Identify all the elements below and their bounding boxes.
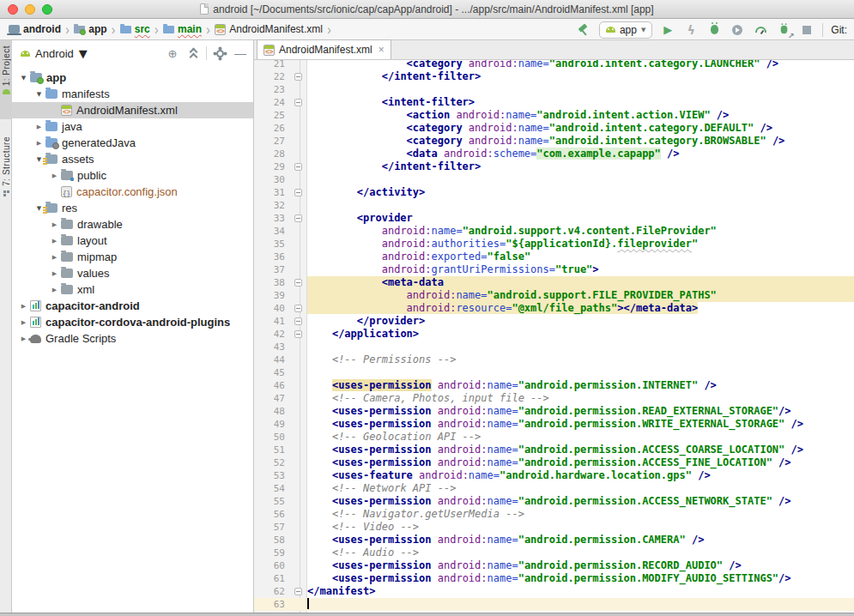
code-line-48[interactable]: 48 <uses-permission android:name="androi… — [254, 405, 854, 418]
tree-item-gradle-scripts[interactable]: ▶Gradle Scripts — [12, 330, 253, 347]
tree-chevron-icon[interactable]: ▶ — [48, 221, 61, 228]
code-line-52[interactable]: 52 <uses-permission android:name="androi… — [254, 456, 854, 469]
code-line-51[interactable]: 51 <uses-permission android:name="androi… — [254, 444, 854, 456]
profile-app-icon[interactable] — [730, 22, 745, 38]
code-line-46[interactable]: 46 <uses-permission android:name="androi… — [254, 379, 854, 392]
code-line-45[interactable]: 45 — [254, 366, 854, 379]
code-line-59[interactable]: 59 <!-- Audio --> — [254, 547, 854, 559]
tree-item-assets[interactable]: ▼assets — [12, 151, 253, 167]
code-line-42[interactable]: 42 </application> — [254, 328, 854, 341]
tree-item-capacitor-cordova-android-plugins[interactable]: ▶capacitor-cordova-android-plugins — [12, 314, 253, 330]
code-line-57[interactable]: 57 <!-- Video --> — [254, 521, 854, 534]
attach-debugger-icon[interactable]: ↗ — [776, 22, 791, 38]
breadcrumb-item-src[interactable]: src — [118, 22, 152, 36]
zoom-window-button[interactable] — [42, 4, 52, 15]
tree-chevron-icon[interactable]: ▶ — [48, 270, 61, 277]
tree-item-xml[interactable]: ▶xml — [12, 281, 253, 298]
close-tab-icon[interactable]: × — [379, 44, 385, 56]
fold-marker-icon[interactable] — [294, 189, 302, 196]
tree-item-app[interactable]: ▼app — [12, 69, 253, 86]
fold-marker-icon[interactable] — [294, 163, 302, 171]
code-line-50[interactable]: 50 <!-- Geolocation API --> — [254, 431, 854, 444]
tree-item-capacitor-android[interactable]: ▶capacitor-android — [12, 298, 253, 314]
code-line-44[interactable]: 44 <!-- Permissions --> — [254, 353, 854, 366]
code-line-23[interactable]: 23 — [254, 83, 854, 96]
code-line-47[interactable]: 47 <!-- Camera, Photos, input file --> — [254, 392, 854, 405]
profiler-gauge-icon[interactable] — [753, 22, 768, 38]
tree-chevron-icon[interactable]: ▶ — [48, 287, 61, 293]
breadcrumb-item-androidmanifest-xml[interactable]: AndroidManifest.xml — [213, 22, 324, 36]
code-line-27[interactable]: 27 <category android:name="android.inten… — [254, 135, 854, 148]
code-line-40[interactable]: 40 android:resource="@xml/file_paths"></… — [254, 302, 854, 315]
code-line-35[interactable]: 35 android:authorities="${applicationId}… — [254, 238, 854, 251]
tree-item-res[interactable]: ▼res — [12, 200, 253, 216]
code-line-62[interactable]: 62</manifest> — [254, 585, 854, 598]
code-line-54[interactable]: 54 <!-- Network API --> — [254, 482, 854, 495]
tree-chevron-icon[interactable]: ▶ — [48, 238, 61, 245]
tree-item-androidmanifest-xml[interactable]: AndroidManifest.xml — [12, 102, 253, 118]
code-line-61[interactable]: 61 <uses-permission android:name="androi… — [254, 572, 854, 585]
tree-item-manifests[interactable]: ▼manifests — [12, 86, 253, 102]
breadcrumb-item-android[interactable]: android — [7, 22, 63, 36]
tree-item-mipmap[interactable]: ▶mipmap — [12, 249, 253, 265]
fold-marker-icon[interactable] — [294, 99, 302, 106]
tool-window-tab-project[interactable]: 1: Project — [0, 40, 12, 119]
code-line-43[interactable]: 43 — [254, 341, 854, 353]
tree-chevron-icon[interactable]: ▶ — [33, 124, 45, 130]
locate-file-icon[interactable]: ⊕ — [165, 45, 180, 61]
code-line-58[interactable]: 58 <uses-permission android:name="androi… — [254, 534, 854, 547]
code-line-60[interactable]: 60 <uses-permission android:name="androi… — [254, 559, 854, 572]
tree-item-capacitor-config-json[interactable]: capacitor.config.json — [12, 184, 253, 200]
project-view-selector[interactable]: Android — [35, 47, 74, 60]
code-line-33[interactable]: 33 <provider — [254, 212, 854, 225]
tree-item-generatedjava[interactable]: ▶generatedJava — [12, 135, 253, 151]
settings-gear-icon[interactable] — [212, 45, 227, 61]
build-hammer-icon[interactable] — [576, 22, 591, 38]
fold-marker-icon[interactable] — [294, 214, 302, 222]
code-line-28[interactable]: 28 <data android:scheme="com.example.cap… — [254, 148, 854, 160]
debug-button[interactable] — [706, 22, 722, 38]
code-line-22[interactable]: 22 </intent-filter> — [254, 70, 854, 83]
close-window-button[interactable] — [8, 4, 18, 15]
tree-item-public[interactable]: ▶public — [12, 167, 253, 184]
tree-item-layout[interactable]: ▶layout — [12, 233, 253, 249]
hide-panel-icon[interactable]: — — [233, 45, 248, 61]
tree-chevron-icon[interactable]: ▼ — [17, 75, 30, 82]
tree-chevron-icon[interactable]: ▶ — [48, 254, 61, 261]
code-line-29[interactable]: 29 </intent-filter> — [254, 160, 854, 173]
breadcrumb-item-main[interactable]: main — [161, 22, 203, 36]
fold-marker-icon[interactable] — [294, 305, 302, 312]
code-line-56[interactable]: 56 <!-- Navigator.getUserMedia --> — [254, 508, 854, 521]
tree-chevron-icon[interactable]: ▶ — [17, 319, 30, 326]
fold-marker-icon[interactable] — [294, 588, 302, 595]
stop-button[interactable] — [799, 22, 815, 38]
fold-marker-icon[interactable] — [294, 73, 302, 81]
code-line-24[interactable]: 24 <intent-filter> — [254, 96, 854, 109]
code-line-26[interactable]: 26 <category android:name="android.inten… — [254, 122, 854, 135]
breadcrumb-item-app[interactable]: app — [72, 22, 108, 36]
code-line-55[interactable]: 55 <uses-permission android:name="androi… — [254, 495, 854, 508]
tree-item-drawable[interactable]: ▶drawable — [12, 216, 253, 233]
minimize-window-button[interactable] — [25, 4, 35, 15]
code-line-32[interactable]: 32 — [254, 199, 854, 212]
code-line-49[interactable]: 49 <uses-permission android:name="androi… — [254, 418, 854, 431]
tree-chevron-icon[interactable]: ▼ — [33, 91, 45, 98]
code-line-25[interactable]: 25 <action android:name="android.intent.… — [254, 109, 854, 122]
run-button[interactable]: ▶ — [660, 22, 675, 38]
code-line-21[interactable]: 21 <category android:name="android.inten… — [254, 60, 854, 70]
editor-tab-androidmanifest[interactable]: AndroidManifest.xml × — [257, 39, 391, 59]
tree-chevron-icon[interactable]: ▶ — [17, 303, 30, 310]
code-line-53[interactable]: 53 <uses-feature android:name="android.h… — [254, 469, 854, 482]
run-configuration-select[interactable]: app ▼ — [599, 21, 652, 39]
code-line-41[interactable]: 41 </provider> — [254, 315, 854, 328]
code-line-39[interactable]: 39 android:name="android.support.FILE_PR… — [254, 289, 854, 302]
tree-chevron-icon[interactable]: ▶ — [48, 172, 61, 179]
code-line-34[interactable]: 34 android:name="android.support.v4.cont… — [254, 225, 854, 238]
fold-marker-icon[interactable] — [294, 317, 302, 325]
tree-chevron-icon[interactable]: ▶ — [33, 140, 45, 147]
code-line-37[interactable]: 37 android:grantUriPermissions="true"> — [254, 263, 854, 276]
tool-window-tab-structure[interactable]: 7: Structure — [0, 133, 12, 215]
apply-changes-icon[interactable]: ϟ — [683, 22, 699, 38]
code-editor[interactable]: 21 <category android:name="android.inten… — [254, 60, 854, 613]
collapse-all-icon[interactable] — [185, 45, 201, 61]
